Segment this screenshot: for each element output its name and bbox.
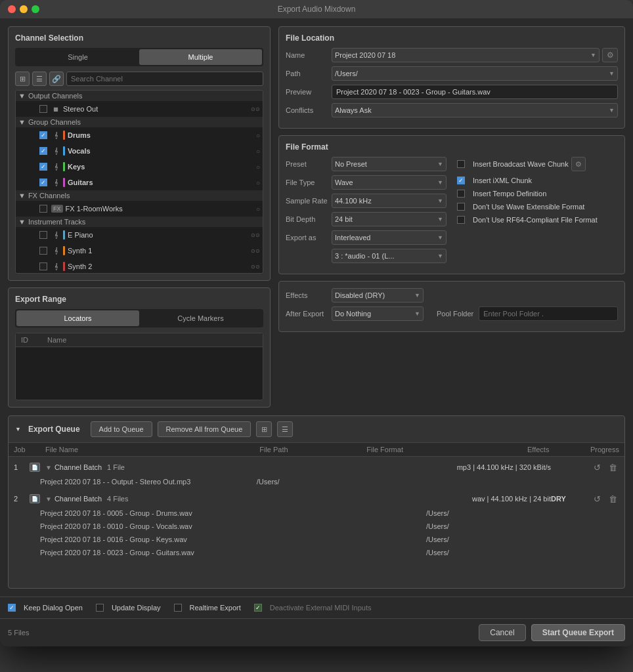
queue-title: Export Queue: [28, 425, 80, 434]
conflicts-row: Conflicts Always Ask ▼: [286, 103, 618, 117]
conflicts-value: Always Ask: [335, 106, 372, 114]
channel-checkbox[interactable]: [39, 262, 47, 270]
stereo-track-icon: ⏹: [51, 104, 60, 114]
channel-link-icon[interactable]: 🔗: [49, 72, 64, 86]
channel-checkbox[interactable]: [39, 105, 47, 113]
queue-icon-btn-2[interactable]: ☰: [277, 421, 293, 437]
list-item[interactable]: FX FX 1-RoomWorks ○: [16, 201, 263, 217]
channel-list: ▼ Output Channels ⏹ Stereo Out ⊙⊙ ▼ Grou…: [15, 90, 263, 274]
bottom-bar: ✓ Keep Dialog Open Update Display Realti…: [0, 597, 633, 618]
path-row: Path /Users/ ▼: [286, 66, 618, 81]
sample-rate-row: Sample Rate 44.100 kHz ▼: [286, 194, 447, 208]
path-dropdown[interactable]: /Users/ ▼: [332, 66, 618, 81]
cb-no-extensible-label: Don't Use Wave Extensible Format: [473, 203, 584, 211]
close-button[interactable]: [8, 5, 16, 13]
queue-file-row: Project 2020 07 18 - 0023 - Group - Guit…: [9, 546, 624, 559]
keep-dialog-check[interactable]: ✓: [8, 604, 16, 612]
realtime-export-checkbox[interactable]: Realtime Export: [174, 604, 241, 612]
range-table: ID Name: [15, 333, 263, 400]
cancel-button[interactable]: Cancel: [479, 624, 525, 641]
job-refresh-button[interactable]: ↺: [590, 461, 603, 473]
update-display-check[interactable]: [96, 604, 104, 612]
sample-rate-dropdown[interactable]: 44.100 kHz ▼: [332, 194, 447, 208]
add-to-queue-button[interactable]: Add to Queue: [91, 421, 152, 437]
channel-checkbox[interactable]: [39, 247, 47, 255]
channel-checkbox[interactable]: ✓: [39, 178, 47, 186]
tab-cycle-markers[interactable]: Cycle Markers: [139, 310, 262, 326]
channel-checkbox[interactable]: ✓: [39, 163, 47, 171]
maximize-button[interactable]: [32, 5, 39, 13]
name-value: Project 2020 07 18: [335, 51, 395, 59]
cb-broadcast[interactable]: [457, 160, 465, 168]
remove-all-from-queue-button[interactable]: Remove All from Queue: [158, 421, 251, 437]
list-item[interactable]: ✓ 𝄞 Guitars ○: [16, 175, 263, 190]
queue-collapse-icon[interactable]: ▼: [15, 426, 21, 432]
channel-select-dropdown[interactable]: 3 : *audio - 01 (L... ▼: [332, 249, 447, 263]
channel-name: Keys: [68, 163, 256, 171]
list-item[interactable]: 𝄞 E Piano ⊙⊙: [16, 227, 263, 243]
list-item[interactable]: ✓ 𝄞 Drums ○: [16, 127, 263, 143]
cb-tempo-label: Insert Tempo Definition: [473, 190, 546, 198]
bit-depth-dropdown[interactable]: 24 bit ▼: [332, 212, 447, 226]
list-item[interactable]: ✓ 𝄞 Keys ○: [16, 159, 263, 175]
pool-folder-input[interactable]: [479, 306, 618, 321]
channel-list-icon[interactable]: ☰: [32, 72, 47, 86]
list-item[interactable]: ⏹ Stereo Out ⊙⊙: [16, 101, 263, 117]
track-icon: 𝄞: [51, 262, 60, 271]
list-item[interactable]: 𝄞 Synth 2 ⊙⊙: [16, 259, 263, 274]
name-dropdown[interactable]: Project 2020 07 18 ▼: [332, 48, 600, 62]
job-delete-button[interactable]: 🗑: [606, 493, 619, 505]
file-type-dropdown[interactable]: Wave ▼: [332, 175, 447, 190]
update-display-checkbox[interactable]: Update Display: [96, 604, 161, 612]
cb-tempo[interactable]: [457, 190, 465, 198]
channel-checkbox[interactable]: ✓: [39, 147, 47, 155]
tab-locators[interactable]: Locators: [16, 310, 139, 326]
broadcast-settings-button[interactable]: ⚙: [571, 157, 586, 171]
channel-name: Synth 2: [68, 262, 251, 270]
channel-checkbox[interactable]: [39, 231, 47, 239]
after-export-label: After Export: [286, 310, 332, 318]
channel-tab-row: Single Multiple: [15, 48, 263, 66]
list-item[interactable]: 𝄞 Synth 1 ⊙⊙: [16, 243, 263, 259]
deactivate-midi-label: Deactivate External MIDI Inputs: [270, 604, 372, 612]
minimize-button[interactable]: [20, 5, 28, 13]
job-refresh-button[interactable]: ↺: [590, 493, 603, 505]
preset-dropdown[interactable]: No Preset ▼: [332, 157, 447, 171]
group-group-channels: ▼ Group Channels: [16, 117, 263, 127]
deactivate-midi-checkbox[interactable]: ✓ Deactivate External MIDI Inputs: [254, 604, 372, 612]
realtime-export-label: Realtime Export: [190, 604, 241, 612]
cb-no-rf64[interactable]: [457, 216, 465, 224]
keep-dialog-checkbox[interactable]: ✓ Keep Dialog Open: [8, 604, 83, 612]
realtime-export-check[interactable]: [174, 604, 182, 612]
queue-icon-btn-1[interactable]: ⊞: [256, 421, 272, 437]
mono-badge: ○: [256, 148, 260, 155]
channel-grid-icon[interactable]: ⊞: [15, 72, 30, 86]
export-as-dropdown[interactable]: Interleaved ▼: [332, 230, 447, 245]
queue-job-row: 2 📄 ▼ Channel Batch 4 Files wav | 44.100…: [9, 491, 624, 507]
channel-checkbox[interactable]: [39, 205, 47, 213]
start-queue-export-button[interactable]: Start Queue Export: [531, 624, 625, 641]
cb-ixml[interactable]: ✓: [457, 177, 465, 184]
tab-multiple[interactable]: Multiple: [139, 49, 262, 65]
deactivate-midi-check[interactable]: ✓: [254, 604, 262, 612]
list-item[interactable]: ✓ 𝄞 Vocals ○: [16, 143, 263, 159]
stereo-badge: ⊙⊙: [251, 106, 260, 112]
queue-file-row: Project 2020 07 18 - 0005 - Group - Drum…: [9, 507, 624, 520]
conflicts-dropdown[interactable]: Always Ask ▼: [332, 103, 618, 117]
col-name: Name: [47, 336, 66, 344]
channel-name: Vocals: [68, 147, 256, 155]
conflicts-arrow: ▼: [609, 107, 615, 114]
job-delete-button[interactable]: 🗑: [606, 461, 619, 473]
name-settings-button[interactable]: ⚙: [602, 48, 618, 62]
expand-arrow[interactable]: ▼: [45, 464, 52, 471]
after-export-dropdown[interactable]: Do Nothing ▼: [332, 306, 424, 321]
channel-checkbox[interactable]: ✓: [39, 131, 47, 139]
search-input[interactable]: [66, 72, 263, 86]
tab-single[interactable]: Single: [16, 49, 139, 65]
channel-select-arrow: ▼: [437, 253, 443, 259]
effects-dropdown[interactable]: Disabled (DRY) ▼: [332, 288, 424, 303]
expand-arrow[interactable]: ▼: [45, 495, 52, 503]
preset-row: Preset No Preset ▼: [286, 157, 447, 171]
left-panel: Channel Selection Single Multiple ⊞ ☰ 🔗 …: [8, 26, 271, 408]
cb-no-extensible[interactable]: [457, 203, 465, 211]
